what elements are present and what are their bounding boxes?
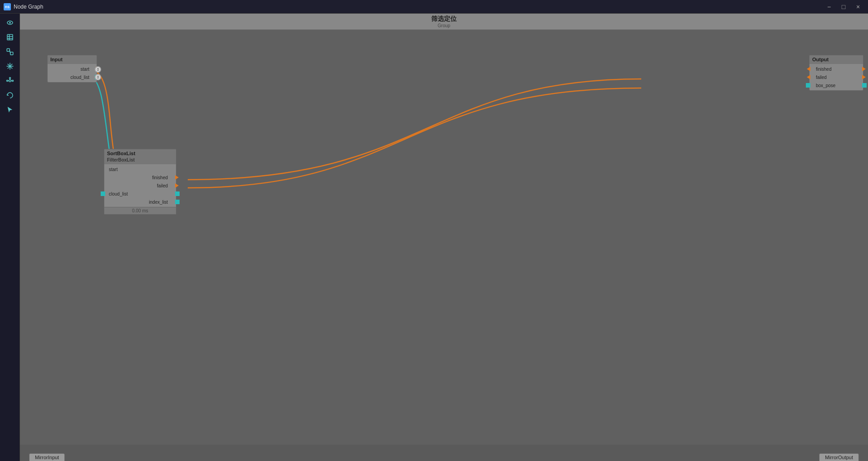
transform-icon[interactable] (4, 60, 16, 73)
boxpose-port-sq-right (862, 83, 867, 88)
failed-out-triangle (862, 75, 866, 79)
input-start-port: start (48, 65, 97, 73)
svg-point-1 (9, 22, 11, 24)
node-canvas[interactable]: Input start cloud_list 0 0 (20, 30, 868, 445)
mirror-output-tab[interactable]: MirrorOutput (819, 453, 859, 461)
filter-finished-port: finished (104, 173, 176, 181)
output-node[interactable]: Output finished failed (809, 55, 863, 91)
title-bar-text: Node Graph (14, 4, 820, 10)
group-header: 筛选定位 Group (20, 14, 868, 30)
output-node-title: Output (809, 55, 863, 64)
connector-circle-1: 0 (95, 66, 101, 73)
input-node-body: start cloud_list (48, 64, 97, 82)
svg-line-8 (10, 50, 10, 54)
minimize-button[interactable]: − (823, 2, 835, 11)
boxpose-port-sq-left (806, 83, 810, 88)
input-node-title: Input (48, 55, 97, 64)
mirror-input-tab[interactable]: MirrorInput (29, 453, 65, 461)
sidebar (0, 14, 20, 461)
filter-failed-triangle (175, 183, 179, 188)
cursor-icon[interactable] (4, 103, 16, 116)
filter-node-time: 0.00 ms (104, 207, 176, 214)
connections-icon[interactable] (4, 74, 16, 87)
group-subtitle: Group (438, 23, 450, 28)
eye-icon[interactable] (4, 16, 16, 29)
filter-cloudlist-port: cloud_list (104, 190, 176, 198)
svg-point-15 (12, 80, 13, 82)
input-node[interactable]: Input start cloud_list (47, 55, 97, 83)
svg-rect-6 (7, 49, 10, 51)
box-settings-icon[interactable] (4, 31, 16, 44)
failed-port-triangle (807, 75, 810, 79)
filter-cloudlist-left-sq (101, 191, 105, 196)
svg-rect-2 (7, 34, 13, 40)
app-icon: ns (4, 3, 11, 10)
svg-rect-7 (10, 52, 13, 55)
filter-cloudlist-right-sq (175, 191, 180, 196)
main-layout: 筛选定位 Group Input (0, 14, 868, 461)
svg-point-13 (9, 80, 11, 82)
filter-node-body: start finished failed clou (104, 164, 176, 207)
output-finished-port: finished (809, 65, 863, 73)
refresh-icon[interactable] (4, 89, 16, 102)
filter-node-title: SortBoxList FilterBoxList (104, 149, 176, 164)
filter-indexlist-sq (175, 200, 180, 204)
filter-indexlist-port: index_list (104, 198, 176, 206)
filter-finished-triangle (175, 175, 179, 180)
input-cloudlist-port: cloud_list (48, 73, 97, 81)
output-failed-port: failed (809, 73, 863, 81)
group-title: 筛选定位 (431, 15, 457, 23)
maximize-button[interactable]: □ (837, 2, 850, 11)
node-graph-icon[interactable] (4, 45, 16, 58)
title-bar-controls: − □ × (823, 2, 864, 11)
svg-point-16 (9, 78, 10, 79)
filter-node[interactable]: SortBoxList FilterBoxList start finished (104, 149, 176, 215)
finished-port-triangle (807, 67, 810, 71)
connections-svg (20, 30, 868, 445)
finished-out-triangle (862, 67, 866, 71)
close-button[interactable]: × (852, 2, 864, 11)
output-boxpose-port: box_pose (809, 81, 863, 89)
connector-circle-2: 0 (95, 74, 101, 80)
filter-start-port: start (104, 165, 176, 173)
title-bar: ns Node Graph − □ × (0, 0, 868, 14)
filter-failed-port: failed (104, 181, 176, 190)
output-node-body: finished failed box_pose (809, 64, 863, 90)
canvas-area[interactable]: 筛选定位 Group Input (20, 14, 868, 461)
svg-point-14 (6, 80, 8, 82)
